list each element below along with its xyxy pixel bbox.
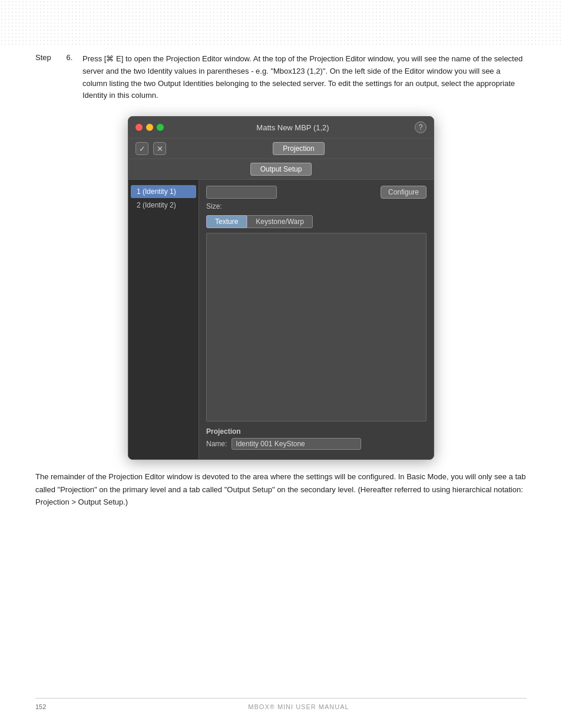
traffic-light-yellow[interactable]	[146, 124, 153, 131]
toolbar-x-button[interactable]: ✕	[153, 142, 166, 155]
stepper-input[interactable]: ▲ ▼	[206, 186, 277, 199]
subtab-row: Texture Keystone/Warp	[206, 215, 427, 228]
tab-projection[interactable]: Projection	[273, 142, 324, 155]
step-text: Press [⌘ E] to open the Projection Edito…	[82, 53, 527, 102]
toolbar-check-button[interactable]: ✓	[135, 142, 148, 155]
primary-tab-row: Projection	[171, 142, 427, 155]
page-content: Step 6. Press [⌘ E] to open the Projecti…	[0, 0, 562, 544]
step-block: Step 6. Press [⌘ E] to open the Projecti…	[35, 53, 527, 102]
controls-row: ▲ ▼ Configure	[206, 186, 427, 199]
traffic-light-red[interactable]	[135, 124, 143, 131]
sidebar-item-identity-1[interactable]: 1 (Identity 1)	[131, 185, 196, 198]
footer-title: MBOX® MINI USER MANUAL	[71, 703, 527, 710]
bottom-section-label: Projection	[206, 427, 427, 436]
mac-toolbar-row1: ✓ ✕ Projection	[128, 139, 434, 159]
size-label: Size:	[206, 202, 427, 210]
traffic-light-green[interactable]	[157, 124, 164, 131]
help-button[interactable]: ?	[415, 121, 427, 133]
mac-window: Matts New MBP (1,2) ? ✓ ✕ Projection Out…	[128, 116, 434, 460]
subtab-texture[interactable]: Texture	[206, 215, 247, 228]
stepper-field[interactable]	[207, 188, 277, 196]
window-title: Matts New MBP (1,2)	[171, 123, 415, 132]
step-number: 6.	[66, 53, 72, 62]
step-word: Step	[35, 53, 51, 62]
name-input[interactable]	[232, 438, 361, 450]
bottom-section: Projection Name:	[206, 421, 427, 453]
sidebar-item-identity-2[interactable]: 2 (Identity 2)	[131, 199, 196, 212]
mac-body: 1 (Identity 1) 2 (Identity 2) ▲ ▼ Config…	[128, 180, 434, 459]
footer-page-number: 152	[35, 703, 71, 710]
tab-output-setup[interactable]: Output Setup	[250, 163, 312, 176]
mac-sidebar: 1 (Identity 1) 2 (Identity 2)	[128, 180, 199, 459]
step-label: Step 6.	[35, 53, 82, 102]
traffic-lights	[135, 124, 164, 131]
footer: 152 MBOX® MINI USER MANUAL	[35, 698, 527, 710]
mac-main: ▲ ▼ Configure Size: Texture Keystone/War…	[199, 180, 434, 459]
paragraph-block: The remainder of the Projection Editor w…	[35, 470, 527, 508]
name-label: Name:	[206, 440, 227, 448]
mac-titlebar: Matts New MBP (1,2) ?	[128, 117, 434, 139]
subtab-keystone-warp[interactable]: Keystone/Warp	[247, 215, 313, 228]
configure-button[interactable]: Configure	[381, 186, 427, 199]
mac-toolbar-row2: Output Setup	[128, 159, 434, 180]
main-content-area	[206, 233, 427, 421]
name-row: Name:	[206, 438, 427, 450]
